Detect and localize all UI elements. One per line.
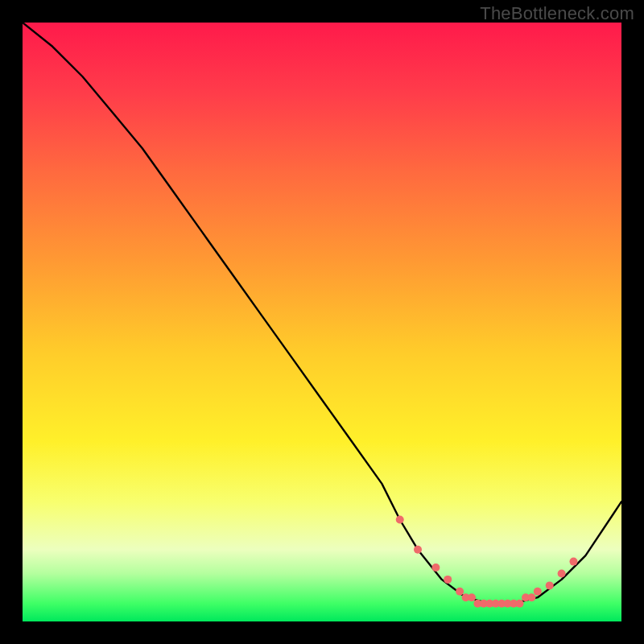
highlight-dot <box>431 564 440 572</box>
highlight-dot <box>527 593 535 601</box>
highlight-dot <box>558 570 566 578</box>
highlight-dot <box>444 576 452 584</box>
highlight-dot <box>456 588 464 596</box>
highlight-dot <box>534 588 542 596</box>
chart-plot-area <box>23 23 621 621</box>
bottleneck-curve-path <box>23 23 621 604</box>
highlight-dot <box>396 516 404 524</box>
highlight-dot <box>546 581 554 589</box>
watermark-text: TheBottleneck.com <box>480 3 634 24</box>
highlight-dots-group <box>396 516 578 608</box>
highlight-dot <box>414 546 422 554</box>
highlight-dot <box>468 593 476 601</box>
highlight-dot <box>516 600 524 608</box>
chart-svg <box>23 23 621 621</box>
chart-frame: TheBottleneck.com <box>0 0 644 644</box>
highlight-dot <box>570 558 578 566</box>
